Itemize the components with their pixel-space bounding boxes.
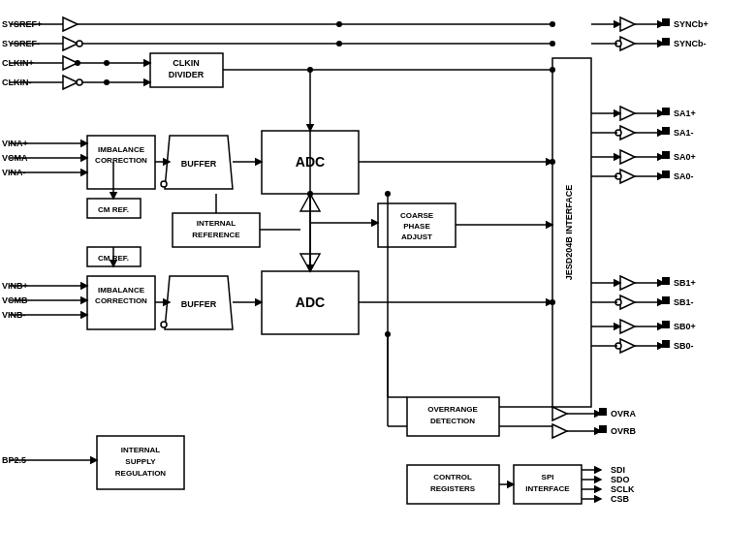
vinb-p-label: VINB+ <box>2 281 28 291</box>
svg-text:REGULATION: REGULATION <box>115 469 167 478</box>
svg-rect-149 <box>662 171 670 178</box>
svg-marker-64 <box>552 407 567 420</box>
svg-marker-56 <box>620 170 635 183</box>
svg-point-73 <box>336 41 342 47</box>
vcma-label: VCMA <box>2 153 28 163</box>
svg-text:ADJUST: ADJUST <box>401 233 432 241</box>
svg-point-159 <box>550 67 555 73</box>
svg-point-154 <box>75 60 80 66</box>
svg-rect-153 <box>662 340 670 348</box>
svg-rect-148 <box>662 151 670 159</box>
sa0-p-label: SA0+ <box>674 152 696 162</box>
svg-text:COARSE: COARSE <box>400 211 434 220</box>
svg-text:INTERFACE: INTERFACE <box>525 484 570 493</box>
svg-text:CLKIN: CLKIN <box>173 58 200 68</box>
svg-rect-144 <box>662 18 670 26</box>
clkin-m-label: CLKIN- <box>2 78 32 87</box>
svg-text:CONTROL: CONTROL <box>433 473 472 481</box>
svg-rect-132 <box>599 425 607 433</box>
sa1-m-label: SA1- <box>674 128 694 138</box>
svg-text:SPI: SPI <box>542 473 554 481</box>
svg-point-158 <box>550 41 555 47</box>
svg-rect-146 <box>662 108 670 115</box>
svg-marker-50 <box>620 37 635 50</box>
svg-text:JESD204B INTERFACE: JESD204B INTERFACE <box>564 185 574 281</box>
svg-text:CM REF.: CM REF. <box>98 205 129 214</box>
svg-text:IMBALANCE: IMBALANCE <box>98 145 145 154</box>
svg-text:BUFFER: BUFFER <box>181 299 217 309</box>
svg-marker-52 <box>620 107 635 120</box>
svg-point-72 <box>336 21 342 27</box>
svg-point-157 <box>550 21 555 27</box>
svg-text:IMBALANCE: IMBALANCE <box>98 286 145 295</box>
sa1-p-label: SA1+ <box>674 109 696 118</box>
svg-point-97 <box>161 322 167 327</box>
svg-rect-150 <box>662 277 670 285</box>
svg-text:DIVIDER: DIVIDER <box>169 70 205 79</box>
svg-text:SUPPLY: SUPPLY <box>125 457 156 466</box>
sb0-m-label: SB0- <box>674 341 694 351</box>
svg-point-79 <box>104 79 110 85</box>
svg-rect-147 <box>662 127 670 135</box>
vina-m-label: VINA- <box>2 168 26 177</box>
svg-text:CORRECTION: CORRECTION <box>95 296 147 305</box>
sa0-m-label: SA0- <box>674 171 694 181</box>
sdo-label: SDO <box>611 475 630 484</box>
sb0-p-label: SB0+ <box>674 322 696 331</box>
svg-point-90 <box>161 181 167 187</box>
svg-marker-44 <box>63 37 78 50</box>
sysref-p-label: SYSREF+ <box>2 19 42 29</box>
ovra-label: OVRA <box>611 409 637 419</box>
svg-text:REGISTERS: REGISTERS <box>430 484 476 493</box>
bp25-label: BP2.5 <box>2 455 26 465</box>
svg-rect-152 <box>662 321 670 328</box>
svg-marker-43 <box>63 17 78 31</box>
block-diagram: CLKIN DIVIDER IMBALANCE CORRECTION CM RE… <box>0 0 756 559</box>
sysref-m-label: SYSREF- <box>2 39 40 48</box>
sclk-label: SCLK <box>611 484 635 494</box>
svg-text:BUFFER: BUFFER <box>181 159 217 169</box>
svg-marker-59 <box>620 295 635 309</box>
svg-marker-61 <box>620 320 635 333</box>
svg-marker-58 <box>620 276 635 290</box>
vinb-m-label: VINB- <box>2 310 26 320</box>
csb-label: CSB <box>611 494 630 504</box>
svg-point-45 <box>77 41 82 47</box>
svg-point-142 <box>385 331 391 337</box>
svg-point-78 <box>104 60 110 66</box>
svg-rect-131 <box>599 408 607 416</box>
svg-text:DETECTION: DETECTION <box>430 417 475 425</box>
svg-text:OVERRANGE: OVERRANGE <box>427 405 478 414</box>
svg-text:REFERENCE: REFERENCE <box>192 231 240 239</box>
syncb-m-label: SYNCb- <box>674 39 707 48</box>
clkin-p-label: CLKIN+ <box>2 58 34 68</box>
vina-p-label: VINA+ <box>2 139 28 148</box>
svg-text:PHASE: PHASE <box>403 222 430 231</box>
sb1-m-label: SB1- <box>674 297 694 307</box>
svg-point-48 <box>77 79 82 85</box>
svg-point-160 <box>550 159 555 165</box>
svg-marker-55 <box>620 150 635 164</box>
svg-text:INTERNAL: INTERNAL <box>121 446 161 454</box>
svg-rect-151 <box>662 296 670 304</box>
svg-text:CORRECTION: CORRECTION <box>95 156 147 165</box>
svg-marker-65 <box>552 424 567 438</box>
svg-rect-145 <box>662 38 670 46</box>
sb1-p-label: SB1+ <box>674 278 696 288</box>
svg-marker-62 <box>620 339 635 353</box>
svg-point-139 <box>385 191 391 197</box>
vcmb-label: VCMB <box>2 295 28 305</box>
svg-text:INTERNAL: INTERNAL <box>197 219 236 228</box>
svg-marker-49 <box>620 17 635 31</box>
svg-point-161 <box>550 299 555 305</box>
svg-text:ADC: ADC <box>296 295 325 310</box>
svg-marker-53 <box>620 126 635 140</box>
svg-marker-47 <box>63 76 78 89</box>
syncb-p-label: SYNCb+ <box>674 19 709 29</box>
ovrb-label: OVRB <box>611 426 637 436</box>
sdi-label: SDI <box>611 465 625 475</box>
